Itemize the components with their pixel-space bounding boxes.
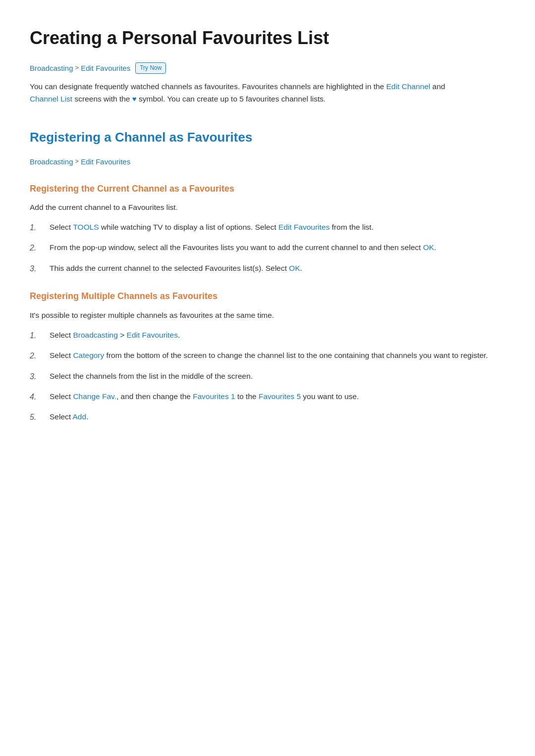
section-register-channel: Registering a Channel as Favourites Broa… [30,127,505,424]
step-3: This adds the current channel to the sel… [30,262,505,275]
step-m2: Select Category from the bottom of the s… [30,349,505,362]
edit-favourites-link-m1[interactable]: Edit Favourites [127,331,178,339]
step-m1-text: Select Broadcasting > Edit Favourites. [50,329,180,342]
subsection-title-multiple: Registering Multiple Channels as Favouri… [30,289,505,303]
category-link[interactable]: Category [73,351,104,359]
step-2-text: From the pop-up window, select all the F… [50,241,436,254]
step-m4: Select Change Fav., and then change the … [30,390,505,403]
step-1: Select TOOLS while watching TV to displa… [30,221,505,234]
breadcrumb-sep-top: > [75,63,79,73]
favourites-5-link[interactable]: Favourites 5 [259,392,301,401]
step-m4-text: Select Change Fav., and then change the … [50,390,359,403]
breadcrumb-link-editfav-s1[interactable]: Edit Favourites [81,156,130,168]
breadcrumb-link-broadcasting-top[interactable]: Broadcasting [30,62,73,74]
try-now-badge[interactable]: Try Now [135,62,166,74]
step-2: From the pop-up window, select all the F… [30,241,505,254]
ok-link-s1[interactable]: OK [423,243,434,252]
step-m2-text: Select Category from the bottom of the s… [50,349,488,362]
step-m3: Select the channels from the list in the… [30,370,505,383]
breadcrumb-top: Broadcasting > Edit Favourites Try Now [30,62,505,74]
steps-current-channel: Select TOOLS while watching TV to displa… [30,221,505,275]
steps-multiple-channels: Select Broadcasting > Edit Favourites. S… [30,329,505,424]
step-1-text: Select TOOLS while watching TV to displa… [50,221,374,234]
breadcrumb-link-broadcasting-s1[interactable]: Broadcasting [30,156,73,168]
ok-link-s2[interactable]: OK [289,264,300,272]
heart-icon: ♥ [132,95,137,103]
add-link[interactable]: Add [73,412,87,421]
subsection-title-current: Registering the Current Channel as a Fav… [30,182,505,196]
subsection-current-channel: Registering the Current Channel as a Fav… [30,182,505,276]
step-m1: Select Broadcasting > Edit Favourites. [30,329,505,342]
edit-channel-link[interactable]: Edit Channel [386,82,430,91]
edit-favourites-link-s1[interactable]: Edit Favourites [278,223,329,231]
breadcrumb-sep-s1: > [75,156,79,167]
page-title: Creating a Personal Favourites List [30,24,505,52]
favourites-1-label: Favourites 1 [193,392,235,401]
sep-m1: > [120,331,126,339]
step-m5-text: Select Add. [50,410,88,423]
breadcrumb-section1: Broadcasting > Edit Favourites [30,156,505,168]
broadcasting-link-m1[interactable]: Broadcasting [73,331,117,339]
channel-list-link[interactable]: Channel List [30,95,72,103]
subsection-multiple-channels: Registering Multiple Channels as Favouri… [30,289,505,424]
step-m5: Select Add. [30,410,505,424]
section-title-register: Registering a Channel as Favourites [30,127,505,148]
multiple-channels-description: It's possible to register multiple chann… [30,309,505,322]
intro-paragraph: You can designate frequently watched cha… [30,80,461,105]
step-m3-text: Select the channels from the list in the… [50,370,253,383]
change-fav-link[interactable]: Change Fav. [73,392,116,401]
breadcrumb-link-editfav-top[interactable]: Edit Favourites [81,62,130,74]
step-3-text: This adds the current channel to the sel… [50,262,302,275]
tools-link-s1[interactable]: TOOLS [73,223,99,231]
current-channel-description: Add the current channel to a Favourites … [30,202,505,214]
